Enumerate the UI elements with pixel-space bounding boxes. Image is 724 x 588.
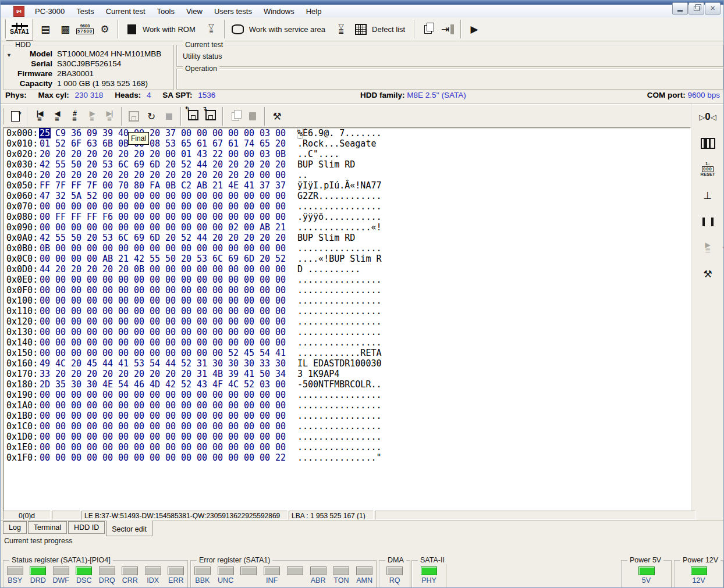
hex-byte[interactable]: 00 [133, 201, 149, 212]
refresh-sector-button[interactable]: ↻ [143, 108, 160, 125]
pcb-card-button[interactable] [698, 135, 718, 151]
tab-hdd-id[interactable]: HDD ID [68, 521, 105, 534]
hex-byte[interactable]: 00 [133, 442, 149, 452]
hex-byte[interactable]: F6 [102, 212, 118, 222]
hex-byte[interactable]: 00 [39, 316, 55, 327]
hex-byte[interactable]: 00 [196, 421, 212, 432]
hex-byte[interactable]: 00 [196, 306, 212, 316]
hex-byte[interactable]: FF [39, 180, 55, 191]
menu-item-users-tests[interactable]: Users tests [208, 6, 258, 17]
hex-byte[interactable]: 00 [275, 411, 290, 421]
hex-byte[interactable]: 00 [118, 243, 133, 254]
hex-byte[interactable]: 00 [133, 327, 149, 337]
hex-byte[interactable]: 00 [196, 285, 212, 295]
hex-byte[interactable]: 00 [102, 180, 118, 191]
hex-byte[interactable]: 00 [165, 327, 180, 337]
hex-byte[interactable]: 00 [39, 222, 55, 233]
hex-byte[interactable]: 00 [259, 201, 275, 212]
hex-ascii[interactable]: ................ [297, 316, 382, 327]
hex-byte[interactable]: 00 [149, 348, 165, 358]
hex-byte[interactable]: 00 [196, 316, 212, 327]
hex-byte[interactable]: FF [70, 212, 86, 222]
sector-hex-editor[interactable]: 0x000:25C93609394000203700000000000300%É… [3, 127, 691, 511]
hex-ascii[interactable]: .ÿÿÿö........... [297, 212, 382, 222]
hex-byte[interactable]: 00 [149, 243, 165, 254]
hex-byte[interactable]: 00 [133, 222, 149, 233]
hex-byte[interactable]: 25 [39, 128, 55, 138]
hex-ascii[interactable]: IL EDASTDR100030 [297, 358, 382, 369]
hex-byte[interactable]: 0B [275, 149, 290, 159]
hex-byte[interactable]: 6C [118, 159, 133, 170]
menu-item-view[interactable]: View [180, 6, 208, 17]
hex-byte[interactable]: 00 [55, 201, 70, 212]
more-arrow-button[interactable]: ▶ [464, 19, 484, 39]
hex-byte[interactable]: 52 [86, 191, 102, 201]
hex-byte[interactable]: 20 [118, 170, 133, 180]
hex-byte[interactable]: 54 [118, 379, 133, 390]
hex-byte[interactable]: 00 [118, 337, 133, 348]
hex-byte[interactable]: 00 [228, 316, 243, 327]
utility-gear-button[interactable]: ⚙ [95, 19, 115, 39]
hex-byte[interactable]: 50 [70, 159, 86, 170]
hex-byte[interactable]: 00 [70, 285, 86, 295]
hex-byte[interactable]: 80 [133, 180, 149, 191]
hex-byte[interactable]: 00 [212, 295, 228, 306]
hex-byte[interactable]: 44 [196, 233, 212, 243]
tab-terminal[interactable]: Terminal [28, 521, 67, 534]
hex-byte[interactable]: 00 [133, 337, 149, 348]
hex-byte[interactable]: 61 [196, 138, 212, 149]
menu-item-current-test[interactable]: Current test [100, 6, 151, 17]
hex-byte[interactable]: 00 [102, 442, 118, 452]
hex-byte[interactable]: 00 [55, 442, 70, 452]
hex-byte[interactable]: 00 [243, 316, 259, 327]
hex-byte[interactable]: 30 [212, 358, 228, 369]
hex-byte[interactable]: 00 [55, 348, 70, 358]
hex-byte[interactable]: 00 [149, 421, 165, 432]
hex-byte[interactable]: 00 [196, 128, 212, 138]
hex-byte[interactable]: 00 [118, 452, 133, 463]
hex-byte[interactable]: 20 [149, 369, 165, 379]
hex-byte[interactable]: 00 [118, 295, 133, 306]
pause-button[interactable] [698, 213, 718, 230]
hex-byte[interactable]: 32 [55, 191, 70, 201]
hex-byte[interactable]: 52 [180, 379, 196, 390]
hex-byte[interactable]: 42 [133, 254, 149, 264]
hex-byte[interactable]: 20 [259, 233, 275, 243]
hex-byte[interactable]: 63 [86, 138, 102, 149]
hex-byte[interactable]: 00 [39, 452, 55, 463]
hex-byte[interactable]: 00 [275, 390, 290, 400]
hex-byte[interactable]: 00 [149, 306, 165, 316]
hex-byte[interactable]: 00 [70, 442, 86, 452]
hex-byte[interactable]: 00 [180, 285, 196, 295]
hex-ascii[interactable]: ................ [297, 442, 382, 452]
hex-ascii[interactable]: ................ [297, 275, 382, 285]
hex-byte[interactable]: 00 [212, 128, 228, 138]
hex-ascii[interactable]: ..C".... [297, 149, 339, 159]
hex-byte[interactable]: 00 [70, 411, 86, 421]
power-switch-button[interactable]: ⊥ [698, 187, 718, 204]
hex-byte[interactable]: 00 [55, 337, 70, 348]
hex-byte[interactable]: 00 [275, 400, 290, 411]
hex-byte[interactable]: 00 [180, 295, 196, 306]
hex-byte[interactable]: 00 [133, 400, 149, 411]
hex-ascii[interactable]: BUP Slim RD [297, 159, 355, 170]
hex-byte[interactable]: 00 [70, 348, 86, 358]
hex-ascii[interactable]: -500NTFMBRCOLR.. [297, 379, 382, 390]
hex-byte[interactable]: 00 [86, 327, 102, 337]
hex-byte[interactable]: 00 [165, 285, 180, 295]
hex-byte[interactable]: 00 [212, 452, 228, 463]
hex-ascii[interactable]: ................ [297, 201, 382, 212]
hex-byte[interactable]: 00 [180, 191, 196, 201]
hex-byte[interactable]: 20 [228, 233, 243, 243]
hex-byte[interactable]: 00 [149, 212, 165, 222]
hex-byte[interactable]: 20 [55, 170, 70, 180]
hex-byte[interactable]: 00 [133, 275, 149, 285]
hex-byte[interactable]: 74 [243, 138, 259, 149]
hex-byte[interactable]: 00 [243, 327, 259, 337]
hex-byte[interactable]: 20 [133, 369, 149, 379]
hex-byte[interactable]: 69 [228, 254, 243, 264]
hex-byte[interactable]: 0B [39, 243, 55, 254]
hex-byte[interactable]: AB [102, 254, 118, 264]
hex-byte[interactable]: 00 [133, 348, 149, 358]
service-area-button[interactable] [228, 19, 248, 39]
